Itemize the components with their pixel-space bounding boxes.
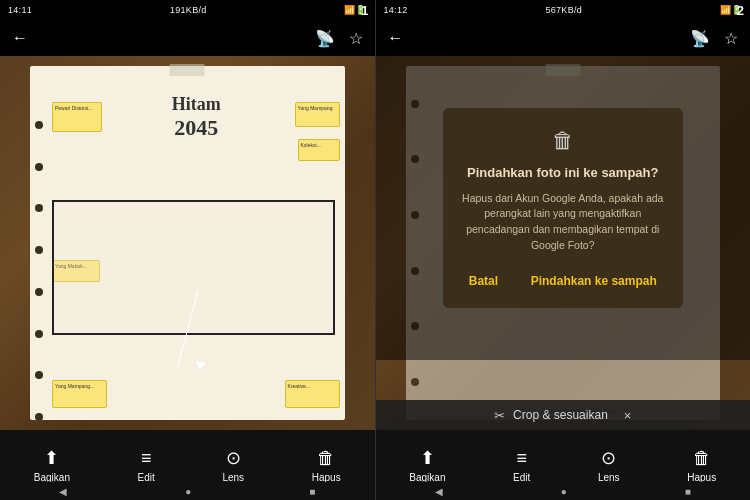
toolbar-bagikan-2[interactable]: ⬆ Bagikan	[409, 447, 445, 483]
hole	[35, 204, 43, 212]
photo-area-1: Hitam 2045 Pewari Distorsi... Yang Mampa…	[0, 56, 375, 430]
status-network-1: 191KB/d	[170, 5, 207, 15]
toolbar-hapus-1[interactable]: 🗑 Hapus	[312, 448, 341, 483]
lens-icon-2: ⊙	[601, 447, 616, 469]
hole	[411, 378, 419, 386]
back-button-2[interactable]: ←	[388, 29, 404, 47]
tape-1	[170, 64, 205, 76]
sticky-text-5: Kreative...	[288, 383, 311, 389]
dialog-box: 🗑 Pindahkan foto ini ke sampah? Hapus da…	[443, 108, 683, 307]
dialog-overlay: 🗑 Pindahkan foto ini ke sampah? Hapus da…	[376, 56, 751, 360]
toolbar-edit-1[interactable]: ≡ Edit	[138, 448, 155, 483]
hole	[35, 413, 43, 420]
dialog-trash-icon: 🗑	[461, 128, 665, 154]
top-nav-1: ← 📡 ☆	[0, 20, 375, 56]
top-nav-icons-1: 📡 ☆	[315, 29, 363, 48]
dialog-title: Pindahkan foto ini ke sampah?	[461, 164, 665, 182]
sticky-text-3: Koleksi...	[301, 142, 321, 148]
status-time-1: 14:11	[8, 5, 32, 15]
nav-home-1[interactable]: ●	[185, 486, 191, 497]
toolbar-hapus-2[interactable]: 🗑 Hapus	[687, 448, 716, 483]
sticky-2: Yang Mampang	[295, 102, 340, 127]
edit-label-2: Edit	[513, 472, 530, 483]
spiral-holes-1	[30, 104, 48, 420]
cast-icon-2[interactable]: 📡	[690, 29, 710, 48]
hapus-label-2: Hapus	[687, 472, 716, 483]
status-bar-1: 14:11 191KB/d 📶🔋	[0, 0, 375, 20]
panel-number-2: 2	[737, 3, 744, 18]
nav-recent-1[interactable]: ■	[309, 486, 315, 497]
sticky-4: Yang Mampang...	[52, 380, 107, 408]
crop-bar-text: Crop & sesuaikan	[513, 408, 608, 422]
nav-back-2[interactable]: ◀	[435, 486, 443, 497]
sticky-1: Pewari Distorsi...	[52, 102, 102, 132]
edit-icon-2: ≡	[516, 448, 527, 469]
toolbar-lens-2[interactable]: ⊙ Lens	[598, 447, 620, 483]
trash-icon-2: 🗑	[693, 448, 711, 469]
crop-bar[interactable]: ✂ Crop & sesuaikan ×	[376, 400, 751, 430]
top-nav-2: ← 📡 ☆	[376, 20, 751, 56]
back-button-1[interactable]: ←	[12, 29, 28, 47]
toolbar-lens-1[interactable]: ⊙ Lens	[222, 447, 244, 483]
panel-number-1: 1	[361, 3, 368, 18]
hole	[35, 246, 43, 254]
trash-icon-1: 🗑	[317, 448, 335, 469]
status-time-2: 14:12	[384, 5, 408, 15]
drawn-box-1	[52, 200, 335, 335]
hole	[35, 330, 43, 338]
android-nav-2: ◀ ● ■	[376, 482, 751, 500]
toolbar-bagikan-1[interactable]: ⬆ Bagikan	[34, 447, 70, 483]
status-bar-2: 14:12 567KB/d 📶🔋	[376, 0, 751, 20]
nav-back-1[interactable]: ◀	[59, 486, 67, 497]
sticky-text-2: Yang Mampang	[298, 105, 333, 111]
hapus-label-1: Hapus	[312, 472, 341, 483]
toolbar-edit-2[interactable]: ≡ Edit	[513, 448, 530, 483]
hole	[35, 288, 43, 296]
sticky-3: Koleksi...	[298, 139, 340, 161]
share-icon-1: ⬆	[44, 447, 59, 469]
trash-icon-dialog: 🗑	[552, 128, 574, 153]
android-nav-1: ◀ ● ■	[0, 482, 375, 500]
notebook-paper-1: Hitam 2045 Pewari Distorsi... Yang Mampa…	[30, 66, 345, 420]
hole	[35, 371, 43, 379]
photo-area-2: Cerita Sendiri Beda 4 November 2019 🗑 Pi…	[376, 56, 751, 430]
star-icon-2[interactable]: ☆	[724, 29, 738, 48]
star-icon-1[interactable]: ☆	[349, 29, 363, 48]
panel-1: 14:11 191KB/d 📶🔋 1 ← 📡 ☆	[0, 0, 375, 500]
paper-content-1: Hitam 2045 Pewari Distorsi... Yang Mampa…	[30, 94, 345, 420]
cast-icon-1[interactable]: 📡	[315, 29, 335, 48]
top-nav-icons-2: 📡 ☆	[690, 29, 738, 48]
panel-2: 14:12 567KB/d 📶🔋 2 ← 📡 ☆	[376, 0, 751, 500]
dialog-cancel-button[interactable]: Batal	[461, 270, 506, 292]
dialog-buttons: Batal Pindahkan ke sampah	[461, 270, 665, 292]
crop-bar-close-button[interactable]: ×	[624, 408, 632, 423]
status-network-2: 567KB/d	[545, 5, 582, 15]
crop-icon: ✂	[494, 408, 505, 423]
hole	[35, 121, 43, 129]
sticky-text-4: Yang Mampang...	[55, 383, 94, 389]
hole	[35, 163, 43, 171]
crop-bar-inner: ✂ Crop & sesuaikan ×	[494, 408, 631, 423]
dialog-body: Hapus dari Akun Google Anda, apakah ada …	[461, 191, 665, 254]
edit-icon-1: ≡	[141, 448, 152, 469]
lens-icon-1: ⊙	[226, 447, 241, 469]
nav-home-2[interactable]: ●	[561, 486, 567, 497]
edit-label-1: Edit	[138, 472, 155, 483]
nav-recent-2[interactable]: ■	[685, 486, 691, 497]
dialog-confirm-button[interactable]: Pindahkan ke sampah	[523, 270, 665, 292]
share-icon-2: ⬆	[420, 447, 435, 469]
sticky-text-1: Pewari Distorsi...	[55, 105, 93, 111]
sticky-5: Kreative...	[285, 380, 340, 408]
